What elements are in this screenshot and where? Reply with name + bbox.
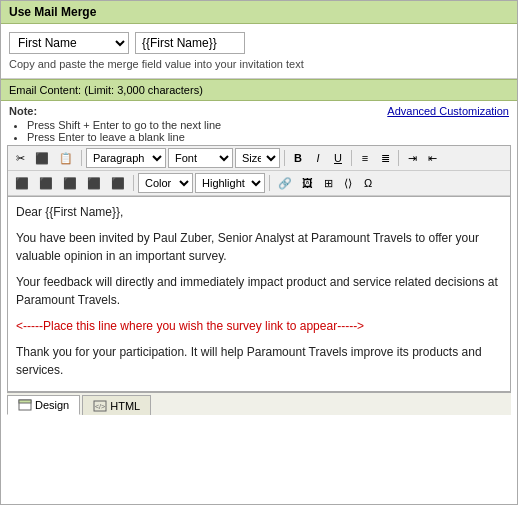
font-select[interactable]: Font	[168, 148, 233, 168]
note-label: Note:	[9, 105, 377, 117]
merge-field-token: {{First Name}}	[135, 32, 245, 54]
merge-hint: Copy and paste the merge field value int…	[9, 58, 509, 70]
link-button[interactable]: 🔗	[274, 173, 296, 193]
design-icon	[18, 399, 32, 411]
html-tab[interactable]: </> HTML	[82, 395, 151, 415]
toolbar-separator-3	[351, 150, 352, 166]
indent-button[interactable]: ⇥	[403, 148, 421, 168]
editor-area[interactable]: Dear {{First Name}}, You have been invit…	[7, 197, 511, 392]
note-area: Note: Press Shift + Enter to go to the n…	[1, 101, 517, 145]
ordered-list-button[interactable]: ≣	[376, 148, 394, 168]
copy-button[interactable]: ⬛	[31, 148, 53, 168]
table-button[interactable]: ⊞	[319, 173, 337, 193]
source-button[interactable]: ⟨⟩	[339, 173, 357, 193]
note-item-1: Press Shift + Enter to go to the next li…	[27, 119, 377, 131]
merge-field-select[interactable]: First Name Last Name Email	[9, 32, 129, 54]
toolbar-separator-5	[133, 175, 134, 191]
design-tab[interactable]: Design	[7, 395, 80, 415]
align-right-button[interactable]: ⬛	[59, 173, 81, 193]
color-select[interactable]: Color	[138, 173, 193, 193]
bottom-tabs: Design </> HTML	[7, 392, 511, 415]
image-button[interactable]: 🖼	[298, 173, 317, 193]
note-list: Press Shift + Enter to go to the next li…	[9, 119, 377, 143]
editor-line-2: You have been invited by Paul Zuber, Sen…	[16, 229, 502, 265]
merge-row: First Name Last Name Email {{First Name}…	[9, 32, 509, 54]
editor-line-5: Thank you for your participation. It wil…	[16, 343, 502, 379]
toolbar-area: ✂ ⬛ 📋 Paragraph Font Size B I U ≡ ≣	[7, 145, 511, 197]
cut-button[interactable]: ✂	[11, 148, 29, 168]
bold-button[interactable]: B	[289, 148, 307, 168]
note-item-2: Press Enter to leave a blank line	[27, 131, 377, 143]
unordered-list-button[interactable]: ≡	[356, 148, 374, 168]
underline-button[interactable]: U	[329, 148, 347, 168]
toolbar-row-2: ⬛ ⬛ ⬛ ⬛ ⬛ Color Highlight 🔗 🖼 ⊞ ⟨⟩ Ω	[8, 171, 510, 196]
html-icon: </>	[93, 400, 107, 412]
note-text: Note: Press Shift + Enter to go to the n…	[9, 105, 377, 143]
align-left-button[interactable]: ⬛	[11, 173, 33, 193]
highlight-select[interactable]: Highlight	[195, 173, 265, 193]
toolbar-separator-2	[284, 150, 285, 166]
size-select[interactable]: Size	[235, 148, 280, 168]
editor-line-3: Your feedback will directly and immediat…	[16, 273, 502, 309]
editor-line-4: <-----Place this line where you wish the…	[16, 317, 502, 335]
toolbar-separator-4	[398, 150, 399, 166]
italic-button[interactable]: I	[309, 148, 327, 168]
outdent-button[interactable]: ⇤	[423, 148, 441, 168]
merge-area: First Name Last Name Email {{First Name}…	[1, 24, 517, 79]
align-center-button[interactable]: ⬛	[35, 173, 57, 193]
svg-text:</>: </>	[95, 403, 105, 410]
mail-merge-header: Use Mail Merge	[1, 1, 517, 24]
paste-button[interactable]: 📋	[55, 148, 77, 168]
text-dir-button[interactable]: ⬛	[107, 173, 129, 193]
special-char-button[interactable]: Ω	[359, 173, 377, 193]
toolbar-row-1: ✂ ⬛ 📋 Paragraph Font Size B I U ≡ ≣	[8, 146, 510, 171]
editor-line-1: Dear {{First Name}},	[16, 203, 502, 221]
toolbar-separator-1	[81, 150, 82, 166]
paragraph-select[interactable]: Paragraph	[86, 148, 166, 168]
advanced-customization-link[interactable]: Advanced Customization	[387, 105, 509, 117]
toolbar-separator-6	[269, 175, 270, 191]
justify-button[interactable]: ⬛	[83, 173, 105, 193]
email-content-header: Email Content: (Limit: 3,000 characters)	[1, 79, 517, 101]
svg-rect-1	[19, 400, 31, 403]
